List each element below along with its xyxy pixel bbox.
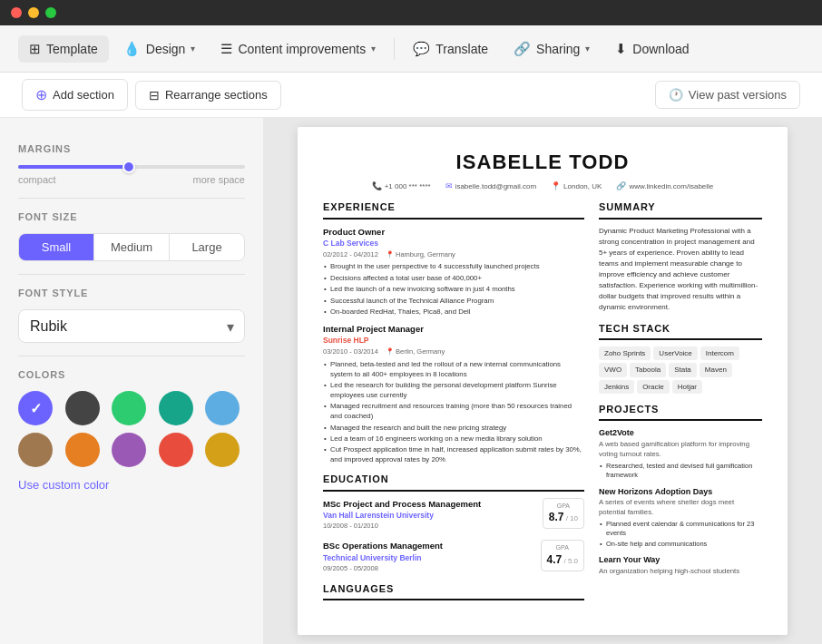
project-2-desc: An organization helping high-school stud… [599, 567, 762, 577]
phone-icon: 📞 [372, 181, 382, 192]
edu-1-degree: MSc Project and Process Management [323, 498, 481, 510]
location-icon: 📍 [551, 181, 561, 192]
nav-translate-label: Translate [435, 42, 488, 56]
rearrange-sections-button[interactable]: ⊟ Rearrange sections [135, 81, 281, 110]
experience-section-title: EXPERIENCE [323, 200, 584, 219]
job-1-bullet-2: Decisions affected a total user base of … [323, 274, 584, 284]
add-section-label: Add section [53, 88, 114, 102]
color-swatch-lightblue[interactable] [205, 391, 240, 425]
edu-1-gpa-box: GPA 8.7 / 10 [543, 498, 584, 530]
tech-tag-6: Maven [700, 363, 732, 376]
tech-tag-1: UserVoice [653, 346, 697, 360]
colors-grid [18, 391, 245, 467]
font-size-small-button[interactable]: Small [19, 234, 94, 260]
tech-tag-9: Hotjar [672, 380, 702, 394]
projects-section-title: PROJECTS [599, 403, 762, 421]
project-2: Learn Your Way An organization helping h… [599, 554, 762, 577]
project-1-title: New Horizons Adoption Days [599, 486, 762, 498]
resume-right-column: SUMMARY Dynamic Product Marketing Profes… [599, 200, 762, 607]
job-2-meta: 03/2010 - 03/2014 📍 Berlin, Germany [323, 347, 584, 357]
job-1-bullet-1: Brought in the user perspective to 4 suc… [323, 262, 584, 272]
project-0-title: Get2Vote [599, 427, 762, 439]
content-dropdown-icon: ▾ [371, 44, 376, 54]
nav-divider-1 [394, 38, 395, 60]
template-icon: ⊞ [29, 41, 41, 57]
resume-area: ISABELLE TODD 📞 +1 000 *** **** ✉ isabel… [263, 118, 822, 644]
main-content: MARGINS compact more space FONT SIZE Sma… [0, 118, 822, 644]
download-icon: ⬇ [615, 41, 627, 57]
margins-title: MARGINS [18, 143, 245, 154]
font-style-title: FONT STYLE [18, 288, 245, 298]
minimize-dot[interactable] [28, 7, 39, 18]
contact-linkedin: 🔗 www.linkedin.com/isabelle [616, 181, 713, 192]
nav-download[interactable]: ⬇ Download [604, 35, 700, 63]
nav-sharing[interactable]: 🔗 Sharing ▾ [503, 35, 601, 63]
past-versions-button[interactable]: 🕐 View past versions [655, 81, 800, 109]
add-section-button[interactable]: ⊕ Add section [22, 79, 128, 111]
color-swatch-gold[interactable] [205, 433, 240, 467]
contact-email: ✉ isabelle.todd@gmail.com [445, 181, 537, 192]
left-panel: MARGINS compact more space FONT SIZE Sma… [0, 118, 263, 644]
slider-space-label: more space [193, 174, 245, 185]
job-2-bullet-2: Led the research for building the person… [323, 381, 584, 401]
summary-section-title: SUMMARY [599, 200, 762, 219]
project-2-title: Learn Your Way [599, 554, 762, 566]
rearrange-icon: ⊟ [149, 88, 160, 102]
color-swatch-tan[interactable] [18, 433, 53, 467]
close-dot[interactable] [11, 7, 22, 18]
font-size-medium-button[interactable]: Medium [94, 234, 170, 260]
nav-content-label: Content improvements [238, 42, 366, 56]
job-1-date: 02/2012 - 04/2012 [323, 250, 378, 260]
tech-stack-section-title: TECH STACK [599, 322, 762, 340]
edu-1: MSc Project and Process Management Van H… [323, 498, 584, 533]
job-2-date: 03/2010 - 03/2014 [323, 347, 378, 357]
tech-tag-5: Stata [669, 363, 697, 376]
edu-2-gpa-total: / 5.0 [563, 557, 578, 565]
nav-design[interactable]: 💧 Design ▾ [113, 35, 207, 63]
nav-template-label: Template [46, 42, 98, 56]
job-1: Product Owner C Lab Services 02/2012 - 0… [323, 226, 584, 317]
color-swatch-green[interactable] [112, 391, 146, 425]
font-select-wrapper: Rubik Arial Georgia ▾ [18, 309, 245, 343]
job-2-bullet-4: Managed the research and built the new p… [323, 424, 584, 434]
nav-content[interactable]: ☰ Content improvements ▾ [210, 35, 387, 63]
job-1-company: C Lab Services [323, 239, 584, 249]
project-0-bullet-0: Researched, tested and devised full gami… [599, 462, 762, 481]
project-0-desc: A web based gamification platform for im… [599, 440, 762, 460]
font-select[interactable]: Rubik Arial Georgia [18, 309, 245, 343]
color-swatch-purple[interactable] [112, 433, 146, 467]
margins-slider-container: compact more space [18, 165, 245, 185]
nav-template[interactable]: ⊞ Template [18, 35, 109, 63]
education-section-title: EDUCATION [323, 473, 584, 491]
resume-name: ISABELLE TODD [323, 149, 762, 177]
languages-section-title: LANGUAGES [323, 582, 584, 600]
slider-thumb[interactable] [122, 161, 135, 173]
edu-1-gpa-label: GPA [549, 502, 578, 511]
toolbar: ⊕ Add section ⊟ Rearrange sections 🕐 Vie… [0, 73, 822, 118]
nav-design-label: Design [146, 42, 186, 56]
slider-labels: compact more space [18, 174, 245, 185]
resume-body: EXPERIENCE Product Owner C Lab Services … [323, 200, 762, 607]
title-bar [0, 0, 822, 25]
summary-text: Dynamic Product Marketing Professional w… [599, 226, 762, 313]
slider-track[interactable] [18, 165, 245, 169]
font-size-large-button[interactable]: Large [170, 234, 244, 260]
add-section-icon: ⊕ [35, 86, 47, 103]
maximize-dot[interactable] [45, 7, 56, 18]
color-swatch-red[interactable] [159, 433, 193, 467]
edu-1-gpa-value: 8.7 [549, 511, 564, 523]
contact-location: 📍 London, UK [551, 181, 602, 192]
color-swatch-orange[interactable] [65, 433, 100, 467]
content-icon: ☰ [220, 41, 232, 57]
color-swatch-dark[interactable] [65, 391, 100, 425]
custom-color-link[interactable]: Use custom color [18, 478, 109, 492]
color-swatch-teal[interactable] [159, 391, 193, 425]
resume-header: ISABELLE TODD 📞 +1 000 *** **** ✉ isabel… [323, 149, 762, 191]
resume-left-column: EXPERIENCE Product Owner C Lab Services … [323, 200, 584, 607]
separator-3 [18, 356, 245, 356]
nav-translate[interactable]: 💬 Translate [402, 35, 499, 63]
linkedin-icon: 🔗 [616, 181, 626, 192]
nav-download-label: Download [632, 42, 689, 56]
job-2-bullet-5: Led a team of 16 engineers working on a … [323, 434, 584, 444]
color-swatch-blue[interactable] [18, 391, 53, 425]
